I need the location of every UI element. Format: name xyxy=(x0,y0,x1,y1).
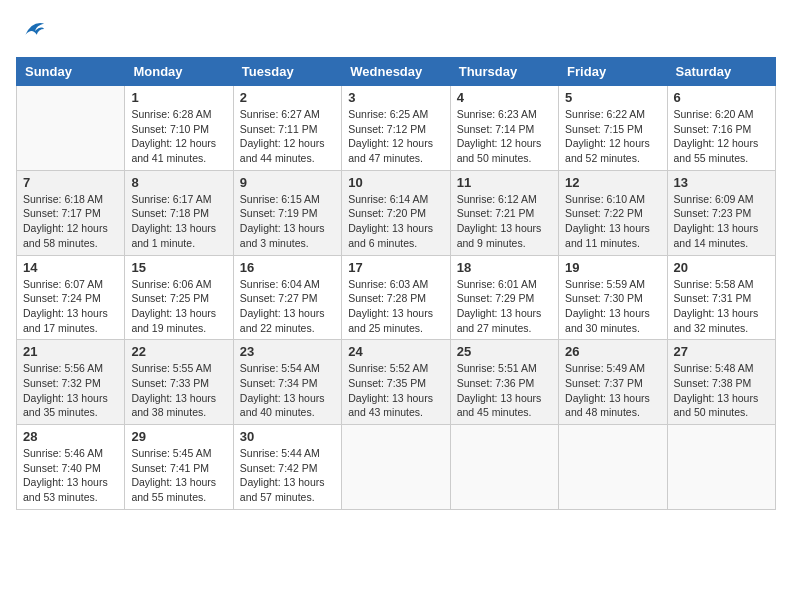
day-number: 28 xyxy=(23,429,118,444)
weekday-header-wednesday: Wednesday xyxy=(342,58,450,86)
day-number: 9 xyxy=(240,175,335,190)
day-number: 17 xyxy=(348,260,443,275)
day-number: 20 xyxy=(674,260,769,275)
day-number: 8 xyxy=(131,175,226,190)
day-info: Sunrise: 6:20 AM Sunset: 7:16 PM Dayligh… xyxy=(674,107,769,166)
day-info: Sunrise: 5:49 AM Sunset: 7:37 PM Dayligh… xyxy=(565,361,660,420)
day-number: 21 xyxy=(23,344,118,359)
table-row: 3Sunrise: 6:25 AM Sunset: 7:12 PM Daylig… xyxy=(342,86,450,171)
table-row: 19Sunrise: 5:59 AM Sunset: 7:30 PM Dayli… xyxy=(559,255,667,340)
day-number: 16 xyxy=(240,260,335,275)
logo-bird-icon xyxy=(18,16,46,44)
table-row: 6Sunrise: 6:20 AM Sunset: 7:16 PM Daylig… xyxy=(667,86,775,171)
day-info: Sunrise: 6:04 AM Sunset: 7:27 PM Dayligh… xyxy=(240,277,335,336)
day-info: Sunrise: 6:18 AM Sunset: 7:17 PM Dayligh… xyxy=(23,192,118,251)
day-number: 5 xyxy=(565,90,660,105)
table-row: 7Sunrise: 6:18 AM Sunset: 7:17 PM Daylig… xyxy=(17,170,125,255)
day-number: 1 xyxy=(131,90,226,105)
day-info: Sunrise: 5:59 AM Sunset: 7:30 PM Dayligh… xyxy=(565,277,660,336)
weekday-header-tuesday: Tuesday xyxy=(233,58,341,86)
day-number: 4 xyxy=(457,90,552,105)
table-row: 21Sunrise: 5:56 AM Sunset: 7:32 PM Dayli… xyxy=(17,340,125,425)
day-number: 29 xyxy=(131,429,226,444)
day-number: 30 xyxy=(240,429,335,444)
day-info: Sunrise: 6:06 AM Sunset: 7:25 PM Dayligh… xyxy=(131,277,226,336)
day-info: Sunrise: 5:44 AM Sunset: 7:42 PM Dayligh… xyxy=(240,446,335,505)
table-row: 29Sunrise: 5:45 AM Sunset: 7:41 PM Dayli… xyxy=(125,425,233,510)
day-number: 3 xyxy=(348,90,443,105)
table-row: 2Sunrise: 6:27 AM Sunset: 7:11 PM Daylig… xyxy=(233,86,341,171)
day-info: Sunrise: 6:28 AM Sunset: 7:10 PM Dayligh… xyxy=(131,107,226,166)
table-row xyxy=(450,425,558,510)
table-row: 13Sunrise: 6:09 AM Sunset: 7:23 PM Dayli… xyxy=(667,170,775,255)
day-info: Sunrise: 5:54 AM Sunset: 7:34 PM Dayligh… xyxy=(240,361,335,420)
day-info: Sunrise: 6:22 AM Sunset: 7:15 PM Dayligh… xyxy=(565,107,660,166)
day-number: 6 xyxy=(674,90,769,105)
weekday-header-thursday: Thursday xyxy=(450,58,558,86)
table-row: 25Sunrise: 5:51 AM Sunset: 7:36 PM Dayli… xyxy=(450,340,558,425)
week-row-3: 14Sunrise: 6:07 AM Sunset: 7:24 PM Dayli… xyxy=(17,255,776,340)
day-info: Sunrise: 5:48 AM Sunset: 7:38 PM Dayligh… xyxy=(674,361,769,420)
day-info: Sunrise: 5:56 AM Sunset: 7:32 PM Dayligh… xyxy=(23,361,118,420)
day-info: Sunrise: 6:03 AM Sunset: 7:28 PM Dayligh… xyxy=(348,277,443,336)
day-number: 7 xyxy=(23,175,118,190)
day-info: Sunrise: 6:23 AM Sunset: 7:14 PM Dayligh… xyxy=(457,107,552,166)
table-row: 18Sunrise: 6:01 AM Sunset: 7:29 PM Dayli… xyxy=(450,255,558,340)
day-number: 13 xyxy=(674,175,769,190)
table-row: 30Sunrise: 5:44 AM Sunset: 7:42 PM Dayli… xyxy=(233,425,341,510)
day-info: Sunrise: 6:12 AM Sunset: 7:21 PM Dayligh… xyxy=(457,192,552,251)
day-number: 10 xyxy=(348,175,443,190)
table-row: 15Sunrise: 6:06 AM Sunset: 7:25 PM Dayli… xyxy=(125,255,233,340)
week-row-5: 28Sunrise: 5:46 AM Sunset: 7:40 PM Dayli… xyxy=(17,425,776,510)
day-info: Sunrise: 6:01 AM Sunset: 7:29 PM Dayligh… xyxy=(457,277,552,336)
day-number: 27 xyxy=(674,344,769,359)
day-info: Sunrise: 5:52 AM Sunset: 7:35 PM Dayligh… xyxy=(348,361,443,420)
table-row xyxy=(342,425,450,510)
table-row: 11Sunrise: 6:12 AM Sunset: 7:21 PM Dayli… xyxy=(450,170,558,255)
day-info: Sunrise: 5:51 AM Sunset: 7:36 PM Dayligh… xyxy=(457,361,552,420)
logo xyxy=(16,16,46,49)
calendar-table: SundayMondayTuesdayWednesdayThursdayFrid… xyxy=(16,57,776,510)
weekday-header-row: SundayMondayTuesdayWednesdayThursdayFrid… xyxy=(17,58,776,86)
day-info: Sunrise: 5:58 AM Sunset: 7:31 PM Dayligh… xyxy=(674,277,769,336)
table-row xyxy=(667,425,775,510)
day-number: 22 xyxy=(131,344,226,359)
day-number: 24 xyxy=(348,344,443,359)
table-row: 26Sunrise: 5:49 AM Sunset: 7:37 PM Dayli… xyxy=(559,340,667,425)
day-info: Sunrise: 6:27 AM Sunset: 7:11 PM Dayligh… xyxy=(240,107,335,166)
table-row xyxy=(559,425,667,510)
table-row: 22Sunrise: 5:55 AM Sunset: 7:33 PM Dayli… xyxy=(125,340,233,425)
table-row: 24Sunrise: 5:52 AM Sunset: 7:35 PM Dayli… xyxy=(342,340,450,425)
day-info: Sunrise: 5:55 AM Sunset: 7:33 PM Dayligh… xyxy=(131,361,226,420)
table-row: 1Sunrise: 6:28 AM Sunset: 7:10 PM Daylig… xyxy=(125,86,233,171)
table-row: 8Sunrise: 6:17 AM Sunset: 7:18 PM Daylig… xyxy=(125,170,233,255)
day-number: 12 xyxy=(565,175,660,190)
logo-text xyxy=(16,16,46,49)
day-number: 2 xyxy=(240,90,335,105)
week-row-2: 7Sunrise: 6:18 AM Sunset: 7:17 PM Daylig… xyxy=(17,170,776,255)
day-number: 18 xyxy=(457,260,552,275)
table-row: 4Sunrise: 6:23 AM Sunset: 7:14 PM Daylig… xyxy=(450,86,558,171)
table-row: 27Sunrise: 5:48 AM Sunset: 7:38 PM Dayli… xyxy=(667,340,775,425)
page-header xyxy=(16,16,776,49)
day-info: Sunrise: 6:15 AM Sunset: 7:19 PM Dayligh… xyxy=(240,192,335,251)
table-row: 17Sunrise: 6:03 AM Sunset: 7:28 PM Dayli… xyxy=(342,255,450,340)
table-row: 9Sunrise: 6:15 AM Sunset: 7:19 PM Daylig… xyxy=(233,170,341,255)
table-row: 28Sunrise: 5:46 AM Sunset: 7:40 PM Dayli… xyxy=(17,425,125,510)
table-row: 5Sunrise: 6:22 AM Sunset: 7:15 PM Daylig… xyxy=(559,86,667,171)
day-info: Sunrise: 6:14 AM Sunset: 7:20 PM Dayligh… xyxy=(348,192,443,251)
day-number: 19 xyxy=(565,260,660,275)
day-info: Sunrise: 6:17 AM Sunset: 7:18 PM Dayligh… xyxy=(131,192,226,251)
table-row: 14Sunrise: 6:07 AM Sunset: 7:24 PM Dayli… xyxy=(17,255,125,340)
table-row: 23Sunrise: 5:54 AM Sunset: 7:34 PM Dayli… xyxy=(233,340,341,425)
weekday-header-saturday: Saturday xyxy=(667,58,775,86)
day-info: Sunrise: 6:25 AM Sunset: 7:12 PM Dayligh… xyxy=(348,107,443,166)
day-info: Sunrise: 5:46 AM Sunset: 7:40 PM Dayligh… xyxy=(23,446,118,505)
week-row-1: 1Sunrise: 6:28 AM Sunset: 7:10 PM Daylig… xyxy=(17,86,776,171)
weekday-header-monday: Monday xyxy=(125,58,233,86)
table-row xyxy=(17,86,125,171)
weekday-header-friday: Friday xyxy=(559,58,667,86)
day-number: 26 xyxy=(565,344,660,359)
day-number: 15 xyxy=(131,260,226,275)
table-row: 16Sunrise: 6:04 AM Sunset: 7:27 PM Dayli… xyxy=(233,255,341,340)
